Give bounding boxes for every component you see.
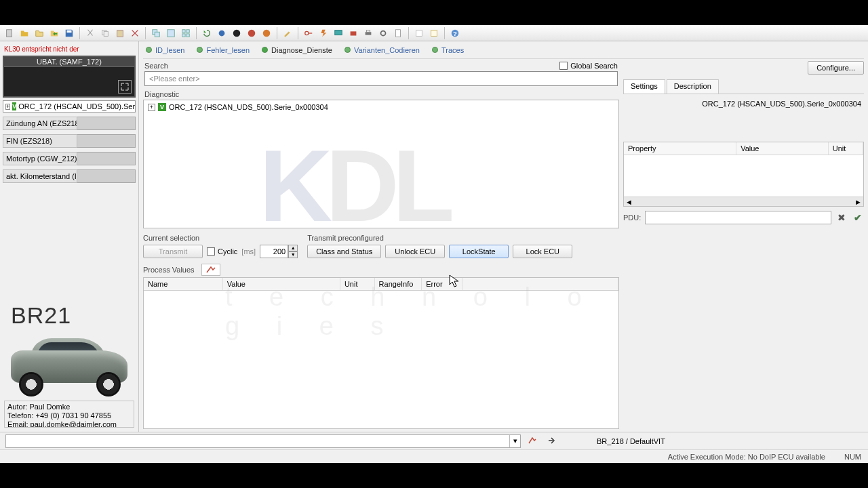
clear-icon[interactable] xyxy=(528,436,537,447)
svg-point-14 xyxy=(233,29,241,37)
bottom-bar: ▾ BR_218 / DefaultVIT xyxy=(0,432,868,449)
process-values-label: Process Values xyxy=(143,266,195,274)
global-search-toggle[interactable]: Global Search xyxy=(559,62,618,70)
tb-help-icon[interactable]: ? xyxy=(448,26,462,40)
param-row: FIN (EZS218) xyxy=(3,134,136,148)
toolbar-separator xyxy=(444,27,445,39)
tb-record-icon[interactable] xyxy=(215,26,229,40)
tb-ecu-icon[interactable] xyxy=(347,26,360,40)
svg-rect-23 xyxy=(396,29,401,37)
tree-item[interactable]: + V ORC_172 (HSCAN_UDS_500).Serie_0x0003… xyxy=(148,103,614,111)
lock-state-button[interactable]: LockState xyxy=(449,245,509,258)
watermark: KDL xyxy=(259,127,448,228)
lock-ecu-button[interactable]: Lock ECU xyxy=(513,245,572,258)
svg-rect-5 xyxy=(117,30,123,37)
toolbar-separator xyxy=(277,27,277,39)
tab-id-lesen[interactable]: ID_lesen xyxy=(146,46,184,54)
tb-cascade-icon[interactable] xyxy=(149,26,163,40)
clear-values-icon[interactable] xyxy=(201,264,220,276)
confirm-icon[interactable]: ✔ xyxy=(852,211,864,224)
svg-rect-18 xyxy=(335,30,342,35)
tab-traces[interactable]: Traces xyxy=(432,46,464,54)
pdu-input[interactable] xyxy=(645,211,831,224)
cancel-icon[interactable]: ✖ xyxy=(835,211,848,224)
tb-warn-icon[interactable] xyxy=(260,26,273,40)
svg-point-13 xyxy=(219,30,225,36)
tb-cut-icon[interactable] xyxy=(83,26,97,40)
toolbar-separator xyxy=(408,27,409,39)
tb-screen-icon[interactable] xyxy=(332,26,345,40)
transmit-button[interactable]: Transmit xyxy=(143,245,203,258)
diagnostic-tree[interactable]: + V ORC_172 (HSCAN_UDS_500).Serie_0x0003… xyxy=(143,100,619,228)
checkbox-icon[interactable] xyxy=(559,62,568,70)
svg-point-15 xyxy=(248,29,256,37)
ecu-label: ORC_172 (HSCAN_UDS_500).Serie_ xyxy=(18,102,136,110)
status-text: Active Execution Mode: No DoIP ECU avail… xyxy=(668,453,825,461)
watermark: t e c h n o l o g i e s xyxy=(225,283,618,341)
tb-grid-icon[interactable] xyxy=(179,26,193,40)
pdu-label: PDU: xyxy=(623,214,641,222)
status-bar: Active Execution Mode: No DoIP ECU avail… xyxy=(0,449,868,463)
toolbar-separator xyxy=(145,27,146,39)
tb-print-icon[interactable] xyxy=(361,26,375,40)
checkbox-icon[interactable] xyxy=(207,247,215,256)
tb-flash-icon[interactable] xyxy=(317,26,330,40)
tb-alert-icon[interactable] xyxy=(245,26,258,40)
num-indicator: NUM xyxy=(844,453,861,461)
ecu-valid-icon: V xyxy=(12,102,16,110)
expand-icon[interactable]: + xyxy=(148,104,155,111)
ecu-selection[interactable]: + V ORC_172 (HSCAN_UDS_500).Serie_ xyxy=(3,100,136,113)
tab-diagnose-dienste[interactable]: Diagnose_Dienste xyxy=(262,46,332,54)
tb-paste-icon[interactable] xyxy=(113,26,127,40)
tb-log2-icon[interactable] xyxy=(427,26,441,40)
tab-settings[interactable]: Settings xyxy=(623,79,665,94)
spin-down[interactable]: ▼ xyxy=(288,251,298,258)
tb-stop-icon[interactable] xyxy=(230,26,243,40)
param-row: Zündung AN (EZS218 xyxy=(3,117,136,130)
expand-icon[interactable] xyxy=(118,80,132,94)
tb-open-icon[interactable] xyxy=(18,26,31,40)
scrollbar[interactable]: ◄► xyxy=(624,197,863,206)
tb-new-icon[interactable] xyxy=(3,26,16,40)
ubat-panel: UBAT. (SAMF_172) xyxy=(3,56,136,98)
spin-up[interactable]: ▲ xyxy=(288,245,298,251)
tb-log-icon[interactable] xyxy=(412,26,426,40)
interval-stepper[interactable]: ▲▼ xyxy=(260,245,298,258)
cyclic-toggle[interactable]: Cyclic xyxy=(207,247,237,256)
tb-refresh-icon[interactable] xyxy=(200,26,214,40)
search-input[interactable] xyxy=(144,71,618,86)
tb-folder-icon[interactable] xyxy=(33,26,46,40)
tb-doc-icon[interactable] xyxy=(391,26,405,40)
chevron-down-icon[interactable]: ▾ xyxy=(509,435,520,447)
unlock-ecu-button[interactable]: Unlock ECU xyxy=(385,245,445,258)
svg-rect-19 xyxy=(351,31,357,35)
tab-description[interactable]: Description xyxy=(667,79,719,94)
property-grid[interactable]: Property Value Unit ◄► xyxy=(623,142,864,207)
execute-icon[interactable] xyxy=(547,436,556,447)
param-row: akt. Kilometerstand (IC xyxy=(3,169,136,183)
tab-fehler-lesen[interactable]: Fehler_lesen xyxy=(197,46,250,54)
tb-edit-icon[interactable] xyxy=(281,26,294,40)
tb-delete-icon[interactable] xyxy=(128,26,142,40)
tb-import-icon[interactable] xyxy=(47,26,61,40)
svg-text:?: ? xyxy=(453,29,457,37)
svg-point-16 xyxy=(263,29,271,37)
tab-varianten-codieren[interactable]: Varianten_Codieren xyxy=(344,46,420,54)
contact-info[interactable]: Autor: Paul Domke Telefon: +49 (0) 7031 … xyxy=(4,401,134,428)
tb-copy-icon[interactable] xyxy=(98,26,112,40)
tb-gear-icon[interactable] xyxy=(376,26,390,40)
svg-rect-8 xyxy=(167,29,175,37)
class-status-button[interactable]: Class and Status xyxy=(307,245,381,258)
svg-rect-4 xyxy=(104,31,108,36)
tb-key-icon[interactable] xyxy=(302,26,315,40)
right-tabs: Settings Description xyxy=(623,79,864,94)
tb-save-icon[interactable] xyxy=(62,26,76,40)
svg-rect-0 xyxy=(7,29,12,37)
process-values-grid[interactable]: Name Value Unit RangeInfo Error t e c h … xyxy=(143,277,619,429)
toolbar-separator xyxy=(79,27,80,39)
tb-tile-icon[interactable] xyxy=(164,26,178,40)
vehicle-panel: BR21 Autor: Paul Domke Telefon: +49 (0) … xyxy=(0,298,138,432)
param-row: Motortyp (CGW_212) xyxy=(3,152,136,165)
bottom-combo[interactable]: ▾ xyxy=(5,434,521,448)
configure-button[interactable]: Configure... xyxy=(808,61,864,75)
